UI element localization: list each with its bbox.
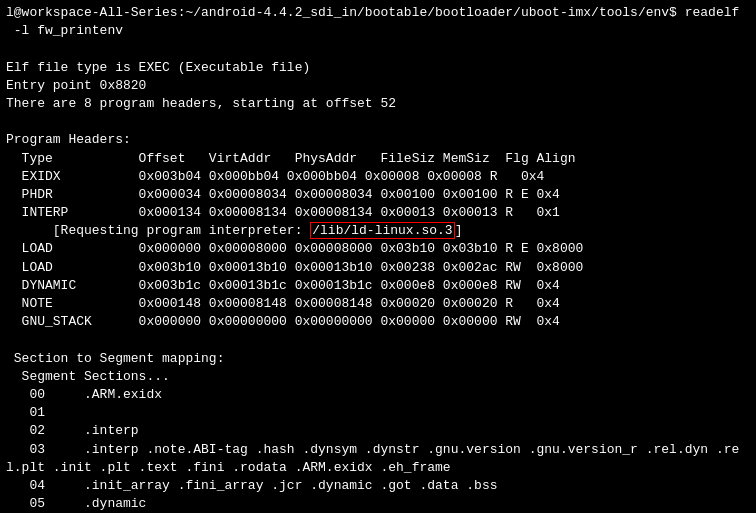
program-headers-count: There are 8 program headers, starting at…	[6, 95, 750, 113]
row-load1: LOAD 0x000000 0x00008000 0x00008000 0x03…	[6, 240, 750, 258]
row-note: NOTE 0x000148 0x00008148 0x00008148 0x00…	[6, 295, 750, 313]
program-headers-label: Program Headers:	[6, 131, 750, 149]
row-interp-detail: [Requesting program interpreter: /lib/ld…	[6, 222, 750, 240]
row-load2: LOAD 0x003b10 0x00013b10 0x00013b10 0x00…	[6, 259, 750, 277]
segment-sections-label: Segment Sections...	[6, 368, 750, 386]
blank2	[6, 113, 750, 131]
blank3	[6, 331, 750, 349]
seg-01: 01	[6, 404, 750, 422]
table-header: Type Offset VirtAddr PhysAddr FileSiz Me…	[6, 150, 750, 168]
elf-type: Elf file type is EXEC (Executable file)	[6, 59, 750, 77]
prompt-line: l@workspace-All-Series:~/android-4.4.2_s…	[6, 4, 750, 22]
row-dynamic: DYNAMIC 0x003b1c 0x00013b1c 0x00013b1c 0…	[6, 277, 750, 295]
terminal: l@workspace-All-Series:~/android-4.4.2_s…	[0, 0, 756, 513]
row-phdr: PHDR 0x000034 0x00008034 0x00008034 0x00…	[6, 186, 750, 204]
seg-02: 02 .interp	[6, 422, 750, 440]
prompt-text: l@workspace-All-Series:~/android-4.4.2_s…	[6, 5, 739, 20]
entry-point: Entry point 0x8820	[6, 77, 750, 95]
seg-03: 03 .interp .note.ABI-tag .hash .dynsym .…	[6, 441, 750, 459]
seg-03-cont: l.plt .init .plt .text .fini .rodata .AR…	[6, 459, 750, 477]
row-exidx: EXIDX 0x003b04 0x000bb04 0x000bb04 0x000…	[6, 168, 750, 186]
seg-00: 00 .ARM.exidx	[6, 386, 750, 404]
interpreter-path: /lib/ld-linux.so.3	[310, 222, 454, 239]
prompt-line2: -l fw_printenv	[6, 22, 750, 40]
row-interp: INTERP 0x000134 0x00008134 0x00008134 0x…	[6, 204, 750, 222]
seg-04: 04 .init_array .fini_array .jcr .dynamic…	[6, 477, 750, 495]
row-gnu-stack: GNU_STACK 0x000000 0x00000000 0x00000000…	[6, 313, 750, 331]
seg-05: 05 .dynamic	[6, 495, 750, 513]
blank1	[6, 40, 750, 58]
section-segment-label: Section to Segment mapping:	[6, 350, 750, 368]
